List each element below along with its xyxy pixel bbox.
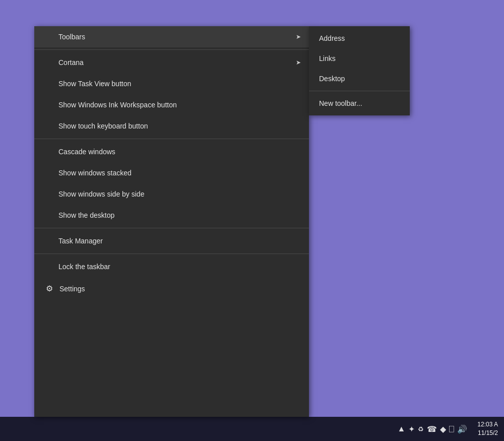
submenu-toolbars: Address Links Desktop New toolbar...	[309, 26, 410, 115]
arrow-icon-cortana: ➤	[296, 59, 301, 66]
submenu-item-address-label: Address	[319, 34, 345, 42]
menu-item-toolbars-label: Toolbars	[58, 33, 85, 41]
menu-item-task-view[interactable]: Show Task View button	[34, 73, 309, 94]
menu-item-show-desktop[interactable]: Show the desktop	[34, 205, 309, 226]
gear-icon: ⚙	[44, 284, 54, 293]
tray-phone-icon[interactable]: ☎	[427, 424, 437, 434]
submenu-item-new-toolbar-label: New toolbar...	[319, 99, 362, 107]
menu-item-settings[interactable]: ⚙ Settings	[34, 277, 309, 300]
menu-item-stacked[interactable]: Show windows stacked	[34, 162, 309, 183]
system-tray: ▲ ✦ ♻ ☎ ◆ ⎕ 🔊 12:03 A 11/15/2	[393, 417, 504, 441]
tray-puzzle-icon[interactable]: ✦	[408, 424, 415, 434]
context-menu: Toolbars ➤ Cortana ➤ Show Task View butt…	[34, 26, 309, 417]
menu-item-cascade-label: Cascade windows	[58, 148, 115, 156]
tray-steam-icon[interactable]: ♻	[418, 425, 424, 433]
clock-area[interactable]: 12:03 A 11/15/2	[471, 417, 504, 441]
menu-item-lock-taskbar-label: Lock the taskbar	[58, 263, 110, 271]
tray-dropbox-icon[interactable]: ◆	[440, 424, 446, 434]
submenu-item-new-toolbar[interactable]: New toolbar...	[309, 93, 410, 113]
menu-item-side-by-side-label: Show windows side by side	[58, 190, 144, 198]
clock-date: 11/15/2	[478, 429, 498, 437]
menu-item-task-manager[interactable]: Task Manager	[34, 230, 309, 251]
arrow-icon: ➤	[296, 33, 301, 40]
menu-item-task-manager-label: Task Manager	[58, 237, 103, 245]
menu-item-ink-workspace-label: Show Windows Ink Workspace button	[58, 101, 177, 109]
menu-item-toolbars[interactable]: Toolbars ➤	[34, 26, 309, 47]
submenu-separator-1	[309, 91, 410, 91]
separator-3	[34, 228, 309, 228]
submenu-item-address[interactable]: Address	[309, 28, 410, 48]
clock-time: 12:03 A	[477, 420, 498, 429]
submenu-item-desktop[interactable]: Desktop	[309, 69, 410, 89]
menu-item-settings-label: Settings	[59, 285, 85, 293]
menu-item-ink-workspace[interactable]: Show Windows Ink Workspace button	[34, 94, 309, 115]
menu-item-touch-keyboard-label: Show touch keyboard button	[58, 122, 148, 130]
separator-2	[34, 139, 309, 139]
submenu-item-desktop-label: Desktop	[319, 75, 345, 83]
tray-expand-icon[interactable]: ▲	[397, 424, 405, 433]
taskbar: ▲ ✦ ♻ ☎ ◆ ⎕ 🔊 12:03 A 11/15/2	[0, 417, 504, 441]
menu-item-show-desktop-label: Show the desktop	[58, 211, 114, 219]
separator-4	[34, 254, 309, 254]
tray-monitor-icon[interactable]: ⎕	[449, 424, 454, 433]
submenu-item-links[interactable]: Links	[309, 48, 410, 69]
menu-item-stacked-label: Show windows stacked	[58, 169, 132, 177]
tray-volume-icon[interactable]: 🔊	[457, 424, 467, 434]
menu-item-task-view-label: Show Task View button	[58, 80, 131, 88]
menu-item-cortana[interactable]: Cortana ➤	[34, 52, 309, 73]
menu-item-touch-keyboard[interactable]: Show touch keyboard button	[34, 115, 309, 137]
submenu-item-links-label: Links	[319, 54, 336, 62]
tray-icons: ▲ ✦ ♻ ☎ ◆ ⎕ 🔊	[393, 424, 471, 434]
menu-item-side-by-side[interactable]: Show windows side by side	[34, 183, 309, 205]
separator-1	[34, 49, 309, 50]
menu-item-cascade[interactable]: Cascade windows	[34, 141, 309, 162]
menu-item-lock-taskbar[interactable]: Lock the taskbar	[34, 256, 309, 277]
menu-item-cortana-label: Cortana	[58, 58, 84, 67]
